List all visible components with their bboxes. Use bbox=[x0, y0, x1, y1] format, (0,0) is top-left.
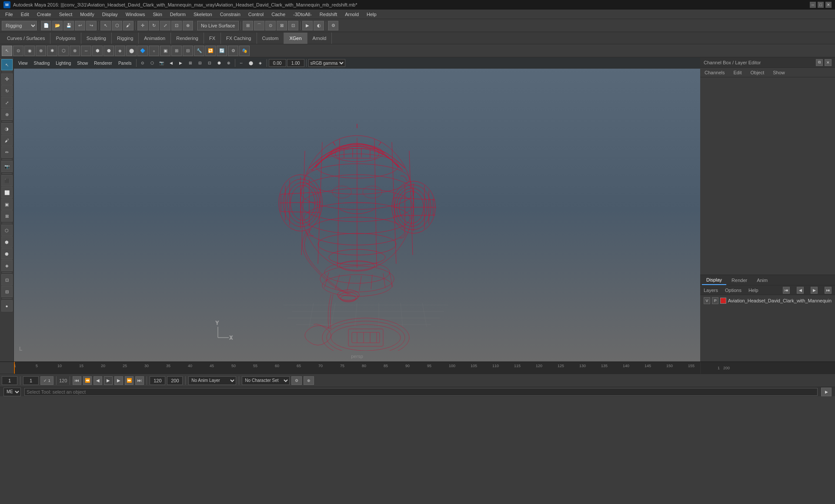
lp-menu-layers[interactable]: Layers bbox=[704, 286, 718, 295]
menu-modify[interactable]: Modify bbox=[77, 10, 97, 19]
move-tool-btn[interactable]: ✛ bbox=[1, 73, 13, 85]
menu-redshift[interactable]: Redshift bbox=[316, 10, 341, 19]
soft-select-btn[interactable]: ◑ bbox=[1, 123, 13, 134]
vp-menu-lighting[interactable]: Lighting bbox=[53, 60, 73, 66]
lp-nav-prev[interactable]: ◀ bbox=[797, 287, 804, 294]
menu-deform[interactable]: Deform bbox=[167, 10, 189, 19]
snap-surface-btn[interactable]: ⊡ bbox=[288, 21, 298, 30]
vp-icon-2[interactable]: ⬡ bbox=[148, 59, 157, 67]
xgen-tool-13[interactable]: 🔷 bbox=[137, 46, 148, 56]
vp-menu-renderer[interactable]: Renderer bbox=[91, 60, 115, 66]
xgen-tool-4[interactable]: ⊕ bbox=[36, 46, 46, 56]
play-btn[interactable]: ▶ bbox=[104, 376, 113, 385]
paint-btn[interactable]: 🖌 bbox=[1, 135, 13, 146]
cb-tab-edit[interactable]: Edit bbox=[729, 68, 746, 77]
vp-icon-camera[interactable]: 📷 bbox=[157, 59, 166, 67]
redo-btn[interactable]: ↪ bbox=[86, 21, 97, 30]
channel-box-float-btn[interactable]: ⧉ bbox=[816, 59, 823, 66]
scale-tool-btn[interactable]: ⤢ bbox=[1, 97, 13, 108]
xgen-tool-16[interactable]: ⊞ bbox=[171, 46, 182, 56]
vp-menu-show[interactable]: Show bbox=[74, 60, 90, 66]
script-type-select[interactable]: MEL Python bbox=[3, 388, 21, 396]
menu-skin[interactable]: Skin bbox=[149, 10, 165, 19]
vp-icon-1[interactable]: ⊙ bbox=[138, 59, 147, 67]
tab-arnold[interactable]: Arnold bbox=[307, 33, 332, 44]
lp-nav-prev-prev[interactable]: ⏮ bbox=[783, 287, 790, 294]
xgen-select-tool[interactable]: ↖ bbox=[2, 46, 12, 56]
prev-frame-btn[interactable]: ◀ bbox=[94, 376, 102, 385]
sculpt-btn[interactable]: ✏ bbox=[1, 146, 13, 158]
channel-box-close-btn[interactable]: ✕ bbox=[825, 59, 832, 66]
xgen-tool-17[interactable]: ⊟ bbox=[183, 46, 193, 56]
rotate-btn[interactable]: ↻ bbox=[149, 21, 159, 30]
vp-icon-12[interactable]: ◈ bbox=[256, 59, 265, 67]
open-scene-btn[interactable]: 📂 bbox=[52, 21, 63, 30]
vp-menu-panels[interactable]: Panels bbox=[116, 60, 134, 66]
menu-select[interactable]: Select bbox=[56, 10, 76, 19]
minimize-button[interactable]: ─ bbox=[810, 2, 816, 8]
layer-visibility-btn[interactable]: V bbox=[704, 297, 710, 304]
snap-grid-btn[interactable]: ⊞ bbox=[243, 21, 253, 30]
cb-tab-object[interactable]: Object bbox=[746, 68, 768, 77]
xgen-tool-19[interactable]: 🔁 bbox=[205, 46, 216, 56]
goto-end-btn[interactable]: ⏭ bbox=[135, 376, 144, 385]
step-fwd-btn[interactable]: ⏩ bbox=[125, 376, 134, 385]
extra-btn-2[interactable]: ⊟ bbox=[1, 286, 13, 297]
tab-fx-caching[interactable]: FX Caching bbox=[221, 33, 257, 44]
cb-tab-show[interactable]: Show bbox=[768, 68, 789, 77]
vp-icon-9[interactable]: ⊕ bbox=[224, 59, 233, 67]
lp-menu-options[interactable]: Options bbox=[725, 286, 741, 295]
xgen-tool-21[interactable]: ⚙ bbox=[228, 46, 238, 56]
extra-btn-3[interactable]: ● bbox=[1, 300, 13, 312]
new-scene-btn[interactable]: 📄 bbox=[41, 21, 51, 30]
lp-tab-display[interactable]: Display bbox=[702, 275, 726, 285]
xgen-tool-15[interactable]: ▣ bbox=[160, 46, 170, 56]
menu-file[interactable]: File bbox=[2, 10, 17, 19]
xgen-tool-8[interactable]: ↔ bbox=[81, 46, 91, 56]
character-set-select[interactable]: No Character Set bbox=[242, 376, 290, 385]
start-frame-input[interactable] bbox=[23, 376, 39, 385]
menu-skeleton[interactable]: Skeleton bbox=[190, 10, 216, 19]
xgen-tool-14[interactable]: ⬦ bbox=[149, 46, 159, 56]
save-scene-btn[interactable]: 💾 bbox=[63, 21, 74, 30]
vp-input-2[interactable] bbox=[287, 59, 304, 67]
layer-btn-3[interactable]: ▣ bbox=[1, 199, 13, 210]
next-frame-btn[interactable]: ▶ bbox=[114, 376, 123, 385]
lp-tab-render[interactable]: Render bbox=[727, 275, 752, 285]
menu-windows[interactable]: Windows bbox=[122, 10, 149, 19]
tab-rendering[interactable]: Rendering bbox=[171, 33, 204, 44]
tab-rigging[interactable]: Rigging bbox=[112, 33, 139, 44]
vp-icon-7[interactable]: ⊡ bbox=[205, 59, 214, 67]
layer-btn-4[interactable]: ⊠ bbox=[1, 210, 13, 222]
menu-3dtoll[interactable]: -3DtoAll- bbox=[290, 10, 315, 19]
lp-nav-next[interactable]: ▶ bbox=[811, 287, 818, 294]
current-frame-input[interactable] bbox=[2, 376, 17, 385]
workspace-dropdown[interactable]: Rigging Modeling Animation FX Rendering bbox=[2, 21, 37, 30]
xgen-tool-18[interactable]: 🔧 bbox=[194, 46, 204, 56]
camera-tool-btn[interactable]: 📷 bbox=[1, 161, 13, 172]
xgen-tool-11[interactable]: ◈ bbox=[115, 46, 125, 56]
vp-icon-4[interactable]: ▶ bbox=[177, 59, 185, 67]
timeline-track[interactable]: 1 5 10 15 20 25 30 35 40 45 50 55 60 65 … bbox=[14, 362, 700, 374]
tab-xgen[interactable]: XGen bbox=[284, 33, 307, 44]
xgen-tool-3[interactable]: ◉ bbox=[24, 46, 35, 56]
select-btn[interactable]: ↖ bbox=[100, 21, 111, 30]
menu-cache[interactable]: Cache bbox=[268, 10, 289, 19]
maximize-button[interactable]: □ bbox=[818, 2, 824, 8]
vp-icon-6[interactable]: ⊟ bbox=[196, 59, 204, 67]
tab-sculpting[interactable]: Sculpting bbox=[81, 33, 112, 44]
rotate-tool-btn[interactable]: ↻ bbox=[1, 85, 13, 96]
vp-icon-3[interactable]: ◀ bbox=[167, 59, 176, 67]
xgen-tool-20[interactable]: 🔄 bbox=[217, 46, 227, 56]
menu-control[interactable]: Control bbox=[245, 10, 267, 19]
last-tool-btn[interactable]: ⊡ bbox=[171, 21, 182, 30]
mesh-btn-3[interactable]: ⬣ bbox=[1, 248, 13, 259]
tab-curves-surfaces[interactable]: Curves / Surfaces bbox=[2, 33, 50, 44]
cb-tab-channels[interactable]: Channels bbox=[700, 68, 729, 77]
render-btn[interactable]: ▶ bbox=[302, 21, 313, 30]
xgen-tool-22[interactable]: 🎭 bbox=[239, 46, 250, 56]
script-input[interactable] bbox=[24, 388, 818, 396]
extra-btn-1[interactable]: ⊡ bbox=[1, 274, 13, 285]
mesh-btn-2[interactable]: ⬢ bbox=[1, 236, 13, 248]
mesh-btn-1[interactable]: ⬡ bbox=[1, 225, 13, 236]
